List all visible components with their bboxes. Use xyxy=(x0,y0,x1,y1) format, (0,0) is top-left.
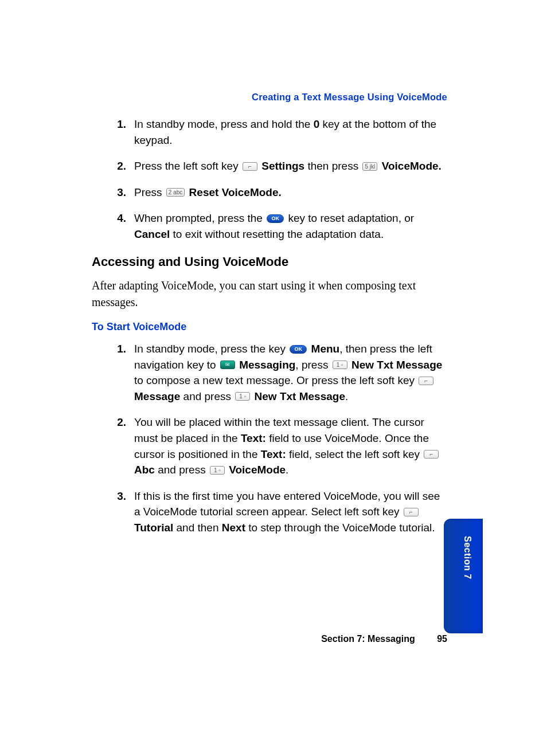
text: and press xyxy=(155,464,209,476)
steps-list-a: 1. In standby mode, press and hold the 0… xyxy=(92,116,447,242)
step-number: 2. xyxy=(92,414,134,477)
page-content: Creating a Text Message Using VoiceMode … xyxy=(92,92,447,548)
step-body: If this is the first time you have enter… xyxy=(134,488,447,536)
section-thumb-tab: Section 7 xyxy=(444,519,483,633)
sub-heading: To Start VoiceMode xyxy=(92,321,447,333)
text: . xyxy=(286,464,288,476)
bold-text: Text: xyxy=(241,432,266,444)
text: When prompted, press the xyxy=(134,212,265,224)
bold-text: Text: xyxy=(261,448,286,460)
running-header: Creating a Text Message Using VoiceMode xyxy=(92,92,447,103)
text: and press xyxy=(180,390,234,402)
soft-key-icon: ⌐ xyxy=(419,377,433,385)
text: Press the left soft key xyxy=(134,160,241,172)
step-b2: 2. You will be placed within the text me… xyxy=(92,414,447,477)
text: and then xyxy=(173,522,222,534)
soft-key-icon: ⌐ xyxy=(243,162,257,171)
bold-text: VoiceMode. xyxy=(382,160,441,172)
step-body: Press 2 abc Reset VoiceMode. xyxy=(134,185,447,201)
bold-text: Menu xyxy=(311,343,340,355)
step-number: 3. xyxy=(92,488,134,536)
text: field, select the left soft key xyxy=(286,448,423,460)
bold-text: Abc xyxy=(134,464,155,476)
text: In standby mode, press and hold the xyxy=(134,118,314,130)
ok-key-icon: OK xyxy=(290,345,307,354)
bold-text: Next xyxy=(222,522,245,534)
step-a1: 1. In standby mode, press and hold the 0… xyxy=(92,116,447,148)
text: then press xyxy=(304,160,361,172)
bold-text: Message xyxy=(134,390,180,402)
key-1-icon: 1 ▫ xyxy=(235,392,250,401)
key-1-icon: 1 ▫ xyxy=(333,361,347,369)
step-a3: 3. Press 2 abc Reset VoiceMode. xyxy=(92,185,447,201)
page-number: 95 xyxy=(437,634,447,644)
bold-text: VoiceMode xyxy=(229,464,286,476)
step-b1: 1. In standby mode, press the key OK Men… xyxy=(92,341,447,404)
soft-key-icon: ⌐ xyxy=(424,450,439,459)
key-1-icon: 1 ▫ xyxy=(210,466,225,475)
bold-text: Reset VoiceMode. xyxy=(189,186,282,198)
text: to compose a new text message. Or press … xyxy=(134,374,417,386)
step-number: 1. xyxy=(92,341,134,404)
step-body: You will be placed within the text messa… xyxy=(134,414,447,477)
bold-text: Cancel xyxy=(134,228,170,240)
bold-text: 0 xyxy=(314,118,320,130)
step-number: 2. xyxy=(92,158,134,174)
ok-key-icon: OK xyxy=(267,214,284,223)
step-body: When prompted, press the OK key to reset… xyxy=(134,210,447,242)
text: . xyxy=(345,390,348,402)
step-a2: 2. Press the left soft key ⌐ Settings th… xyxy=(92,158,447,174)
text: If this is the first time you have enter… xyxy=(134,490,440,518)
messaging-icon: ✉ xyxy=(220,361,235,369)
text: , press xyxy=(295,359,331,371)
bold-text: New Txt Message xyxy=(255,390,345,402)
text: Press xyxy=(134,186,165,198)
soft-key-icon: ⌐ xyxy=(404,508,419,516)
bold-text: New Txt Message xyxy=(351,359,442,371)
text: to step through the VoiceMode tutorial. xyxy=(245,522,435,534)
section-tab-label: Section 7 xyxy=(462,536,472,579)
text: key to reset adaptation, or xyxy=(285,212,414,224)
step-a4: 4. When prompted, press the OK key to re… xyxy=(92,210,447,242)
footer-section: Section 7: Messaging xyxy=(321,634,415,644)
key-5-icon: 5 jkl xyxy=(362,162,377,171)
step-number: 1. xyxy=(92,116,134,148)
step-body: In standby mode, press the key OK Menu, … xyxy=(134,341,447,404)
text: to exit without resetting the adaptation… xyxy=(170,228,384,240)
page-footer: Section 7: Messaging 95 xyxy=(92,634,447,644)
text: In standby mode, press the key xyxy=(134,343,288,355)
step-number: 3. xyxy=(92,185,134,201)
steps-list-b: 1. In standby mode, press the key OK Men… xyxy=(92,341,447,535)
intro-paragraph: After adapting VoiceMode, you can start … xyxy=(92,277,447,311)
key-2-icon: 2 abc xyxy=(166,188,185,197)
step-body: Press the left soft key ⌐ Settings then … xyxy=(134,158,447,174)
bold-text: Messaging xyxy=(239,359,295,371)
bold-text: Tutorial xyxy=(134,522,173,534)
section-heading: Accessing and Using VoiceMode xyxy=(92,254,447,269)
step-number: 4. xyxy=(92,210,134,242)
step-body: In standby mode, press and hold the 0 ke… xyxy=(134,116,447,148)
bold-text: Settings xyxy=(261,160,304,172)
step-b3: 3. If this is the first time you have en… xyxy=(92,488,447,536)
